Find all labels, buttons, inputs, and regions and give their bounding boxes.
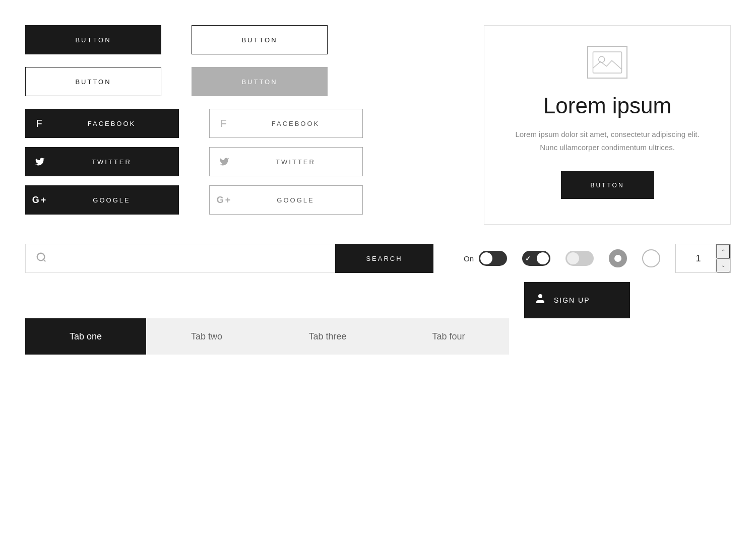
svg-point-2 xyxy=(538,294,542,298)
card: Lorem ipsum Lorem ipsum dolor sit amet, … xyxy=(484,25,731,225)
card-image-placeholder xyxy=(587,46,627,79)
google-dark-label: GOOGLE xyxy=(54,196,179,204)
search-button[interactable]: SEARCH xyxy=(335,244,433,273)
toggle-unchecked-wrapper xyxy=(565,251,594,266)
signup-label: SIGN UP xyxy=(554,296,590,304)
search-input[interactable] xyxy=(53,254,325,263)
google-outline-button[interactable]: g+ GOOGLE xyxy=(209,185,363,215)
spinner-down-button[interactable]: ⌄ xyxy=(716,258,730,273)
toggle-on-label: On xyxy=(464,254,474,263)
outline-button-1[interactable]: BUTTON xyxy=(192,25,328,54)
twitter-outline-button[interactable]: TWITTER xyxy=(209,147,363,176)
google-outline-label: GOOGLE xyxy=(239,196,362,204)
card-text: Lorem ipsum dolor sit amet, consectetur … xyxy=(510,128,705,154)
google-icon-outline: g+ xyxy=(210,195,239,205)
card-button[interactable]: BUTTON xyxy=(561,171,654,199)
search-icon xyxy=(36,252,47,265)
svg-point-4 xyxy=(599,56,605,62)
tab-three[interactable]: Tab three xyxy=(267,318,388,355)
toggle-checked-wrapper: ✓ xyxy=(522,251,550,266)
twitter-dark-button[interactable]: TWITTER xyxy=(25,147,179,176)
facebook-icon-dark: f xyxy=(25,118,54,129)
tab-four[interactable]: Tab four xyxy=(388,318,509,355)
solid-dark-button[interactable]: BUTTON xyxy=(25,25,161,54)
disabled-button: BUTTON xyxy=(192,67,328,96)
toggles-group: On ✓ xyxy=(464,249,660,267)
person-icon xyxy=(534,293,546,308)
radio-unselected[interactable] xyxy=(642,249,660,267)
spinner-controls: ⌃ ⌄ xyxy=(716,244,730,272)
tab-two[interactable]: Tab two xyxy=(146,318,267,355)
google-dark-button[interactable]: g+ GOOGLE xyxy=(25,185,179,215)
facebook-outline-label: FACEBOOK xyxy=(239,120,362,127)
facebook-icon-outline: f xyxy=(210,118,239,129)
toggle-unchecked[interactable] xyxy=(565,251,594,266)
radio-selected[interactable] xyxy=(609,249,627,267)
facebook-dark-button[interactable]: f FACEBOOK xyxy=(25,109,179,138)
svg-rect-3 xyxy=(593,52,622,73)
outline-button-2[interactable]: BUTTON xyxy=(25,67,161,96)
signup-button[interactable]: SIGN UP xyxy=(524,282,630,318)
toggle-unchecked-thumb xyxy=(567,252,579,264)
svg-point-0 xyxy=(37,253,45,261)
facebook-dark-label: FACEBOOK xyxy=(54,120,179,127)
tabs-container: Tab one Tab two Tab three Tab four xyxy=(25,318,509,355)
facebook-outline-button[interactable]: f FACEBOOK xyxy=(209,109,363,138)
spinner-value: 1 xyxy=(676,253,716,264)
tab-one[interactable]: Tab one xyxy=(25,318,146,355)
google-icon-dark: g+ xyxy=(25,195,54,205)
toggle-checked[interactable]: ✓ xyxy=(522,251,550,266)
spinner-up-button[interactable]: ⌃ xyxy=(716,244,730,258)
twitter-icon-outline xyxy=(210,157,239,167)
toggle-on-thumb xyxy=(480,252,492,264)
twitter-outline-label: TWITTER xyxy=(239,158,362,166)
toggle-on-wrapper: On xyxy=(464,251,507,266)
spinner-section: 1 ⌃ ⌄ xyxy=(675,244,731,273)
toggle-checked-thumb xyxy=(537,252,549,264)
twitter-dark-label: TWITTER xyxy=(54,158,179,166)
twitter-icon-dark xyxy=(25,157,54,167)
radio-inner-dot xyxy=(614,255,621,262)
search-bar xyxy=(25,244,335,273)
card-title: Lorem ipsum xyxy=(543,94,671,118)
svg-line-1 xyxy=(43,259,45,261)
check-icon: ✓ xyxy=(525,255,531,262)
toggle-on[interactable] xyxy=(479,251,507,266)
number-spinner: 1 ⌃ ⌄ xyxy=(675,244,731,273)
